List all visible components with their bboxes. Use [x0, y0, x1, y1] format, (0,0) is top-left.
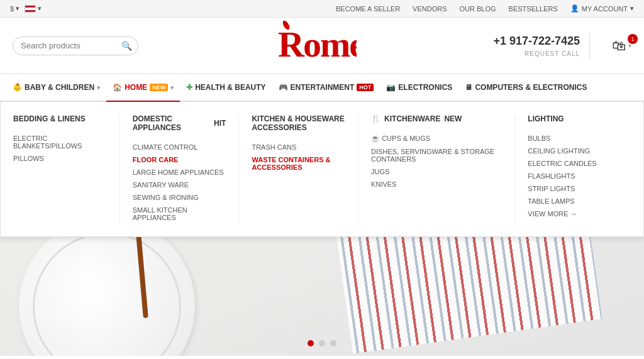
svg-text:Rome: Rome: [278, 24, 357, 64]
my-account-link[interactable]: MY ACCOUNT: [582, 5, 628, 13]
nav-health-label: HEALTH & BEAUTY: [195, 83, 265, 92]
bestsellers-link[interactable]: BESTSELLERS: [509, 5, 558, 13]
top-bar: $ ▾ ▾ BECOME A SELLER VENDORS OUR BLOG B…: [0, 0, 644, 18]
col-bedding-title: BEDDING & LINENS: [13, 114, 107, 123]
item-climate[interactable]: CLIMATE CONTROL: [133, 141, 226, 153]
top-bar-left: $ ▾ ▾: [10, 4, 42, 13]
cart-icon: 🛍: [612, 38, 626, 54]
item-table-lamps[interactable]: TABLE LAMPS: [528, 195, 621, 207]
phone-area: +1 917-722-7425 REQUEST CALL: [493, 35, 580, 57]
search-icon[interactable]: 🔍: [121, 41, 132, 51]
carousel-dot-1[interactable]: [308, 340, 314, 346]
my-account-menu[interactable]: MY ACCOUNT ▾: [570, 4, 634, 13]
currency-chevron: ▾: [16, 4, 19, 13]
rome-logo-svg: Rome: [275, 20, 357, 64]
nav-home[interactable]: 🏠 HOME NEW ▾: [106, 74, 180, 102]
baby-chevron: ▾: [97, 84, 100, 91]
health-icon: ✚: [186, 83, 192, 92]
col-lighting-title: LIGHTING: [528, 114, 621, 123]
monitor-icon: 🖥: [465, 83, 472, 92]
item-large-appliances[interactable]: LARGE HOME APPLIANCES: [133, 166, 226, 179]
item-strip[interactable]: STRIP LIGHTS: [528, 182, 621, 195]
site-header: 🔍 Rome +1 917-722-7425 REQUEST CALL 🛍 1 …: [0, 18, 644, 74]
blog-link[interactable]: OUR BLOG: [460, 5, 496, 13]
mega-menu: BEDDING & LINENS ELECTRIC BLANKETS/PILLO…: [0, 102, 644, 237]
megamenu-col-bedding: BEDDING & LINENS ELECTRIC BLANKETS/PILLO…: [13, 114, 116, 224]
home-chevron: ▾: [170, 84, 174, 91]
nav-electronics-label: ELECTRONICS: [398, 83, 452, 92]
col-divider-2: [238, 114, 239, 224]
header-divider: [589, 33, 590, 58]
person-icon: [570, 4, 579, 13]
cart-button[interactable]: 🛍 1 ▾: [612, 38, 631, 54]
col-divider-1: [119, 114, 120, 224]
become-seller-link[interactable]: BECOME A SELLER: [336, 5, 400, 13]
item-flashlights[interactable]: FLASHLIGHTS: [528, 170, 621, 182]
item-sewing[interactable]: SEWING & IRONING: [133, 191, 226, 204]
logo-area: Rome: [138, 20, 493, 72]
nav-home-badge: NEW: [150, 84, 168, 91]
nav-baby-label: BABY & CHILDREN: [25, 83, 94, 92]
main-nav: 👶 BABY & CHILDREN ▾ 🏠 HOME NEW ▾ ✚ HEALT…: [0, 74, 644, 102]
col-divider-4: [514, 114, 515, 224]
currency-selector[interactable]: $ ▾: [10, 4, 19, 13]
nav-electronics[interactable]: 📷 ELECTRONICS: [380, 74, 458, 101]
phone-number: +1 917-722-7425: [493, 35, 580, 48]
request-call-label[interactable]: REQUEST CALL: [525, 50, 580, 57]
search-area[interactable]: 🔍: [13, 36, 138, 55]
nav-computers[interactable]: 🖥 COMPUTERS & ELECTRONICS: [458, 74, 593, 101]
search-input[interactable]: [21, 41, 121, 50]
col-kitchenware-badge: NEW: [444, 114, 462, 123]
megamenu-col-kitchenware: 🍴 KITCHENWARE NEW ☕ CUPS & MUGS DISHES, …: [362, 114, 511, 224]
megamenu-col-lighting: LIGHTING BULBS CEILING LIGHTING ELECTRIC…: [518, 114, 631, 224]
entertainment-icon: 🎮: [279, 83, 288, 92]
item-cups[interactable]: ☕ CUPS & MUGS: [371, 132, 502, 145]
nav-baby[interactable]: 👶 BABY & CHILDREN ▾: [6, 74, 106, 101]
item-candles[interactable]: ELECTRIC CANDLES: [528, 157, 621, 170]
col-kitchenware-title: 🍴 KITCHENWARE NEW: [371, 114, 502, 123]
item-knives[interactable]: KNIVES: [371, 178, 502, 191]
item-view-more[interactable]: VIEW MORE →: [528, 207, 621, 220]
item-jugs[interactable]: JUGS: [371, 165, 502, 178]
col-domestic-title: DOMESTIC APPLIANCES HIT: [133, 114, 226, 132]
nav-entertainment-badge: HOT: [357, 84, 374, 91]
home-icon: 🏠: [113, 83, 122, 92]
col-kitchen-title: KITCHEN & HOUSEWARE ACCESSORIES: [252, 114, 345, 132]
cart-badge: 1: [628, 34, 638, 44]
nav-health[interactable]: ✚ HEALTH & BEAUTY: [180, 74, 272, 101]
language-selector[interactable]: ▾: [25, 4, 42, 13]
carousel-dot-3[interactable]: [330, 340, 336, 346]
item-waste-containers[interactable]: WASTE CONTAINERS & ACCESSORIES: [252, 153, 345, 174]
col-divider-3: [358, 114, 358, 224]
account-chevron: ▾: [630, 4, 634, 13]
camera-icon: 📷: [386, 83, 396, 92]
megamenu-col-kitchen: KITCHEN & HOUSEWARE ACCESSORIES TRASH CA…: [242, 114, 355, 224]
vendors-link[interactable]: VENDORS: [413, 5, 447, 13]
nav-entertainment[interactable]: 🎮 ENTERTAINMENT HOT: [272, 74, 380, 101]
item-small-kitchen[interactable]: SMALL KITCHEN APPLIANCES: [133, 204, 226, 224]
item-pillows[interactable]: PILLOWS: [13, 152, 107, 165]
item-dishes[interactable]: DISHES, SERVINGWARE & STORAGE CONTAINERS: [371, 145, 502, 165]
nav-home-label: HOME: [125, 83, 147, 92]
flag-icon: [25, 5, 36, 13]
item-floor-care[interactable]: FLOOR CARE: [133, 153, 226, 166]
carousel-dot-2[interactable]: [319, 340, 325, 346]
item-electric-blankets[interactable]: ELECTRIC BLANKETS/PILLOWS: [13, 132, 107, 152]
carousel-dots: [308, 340, 336, 346]
mug-icon: ☕: [371, 135, 382, 142]
col-domestic-badge: HIT: [214, 119, 226, 128]
nav-computers-label: COMPUTERS & ELECTRONICS: [475, 83, 587, 92]
lang-chevron: ▾: [38, 4, 42, 13]
megamenu-col-domestic: DOMESTIC APPLIANCES HIT CLIMATE CONTROL …: [123, 114, 236, 224]
currency-symbol: $: [10, 5, 14, 13]
kitchenware-icon: 🍴: [371, 114, 380, 123]
item-trash-cans[interactable]: TRASH CANS: [252, 141, 345, 153]
baby-icon: 👶: [13, 83, 22, 92]
nav-entertainment-label: ENTERTAINMENT: [291, 83, 355, 92]
item-bulbs[interactable]: BULBS: [528, 132, 621, 145]
site-logo[interactable]: Rome: [275, 20, 357, 72]
item-ceiling[interactable]: CEILING LIGHTING: [528, 145, 621, 157]
top-bar-right: BECOME A SELLER VENDORS OUR BLOG BESTSEL…: [336, 4, 634, 13]
item-sanitary[interactable]: SANITARY WARE: [133, 179, 226, 191]
